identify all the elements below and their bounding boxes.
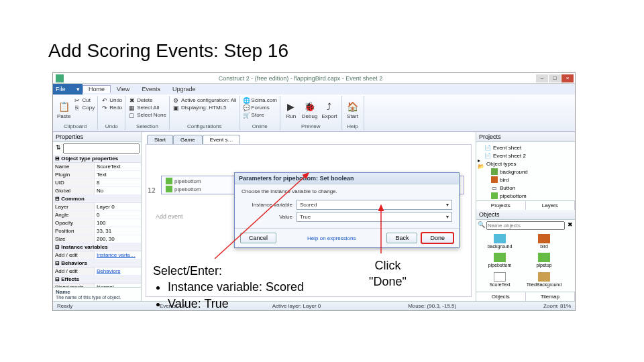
sort-az-icon[interactable]: ⇅ xyxy=(54,143,62,151)
debug-button[interactable]: 🐞Debug xyxy=(301,97,319,123)
properties-search-input[interactable] xyxy=(63,143,140,154)
prop-row-size[interactable]: Size200, 30 xyxy=(53,235,141,243)
prop-row-add-behavior[interactable]: Add / editBehaviors xyxy=(53,267,141,276)
instance-variable-label: Instance variable xyxy=(241,202,297,208)
display-icon: ▣ xyxy=(172,104,180,111)
minimize-button[interactable]: – xyxy=(536,74,548,82)
tree-item[interactable]: 📄Event sheet xyxy=(478,143,574,152)
back-button[interactable]: Back xyxy=(386,233,417,243)
objects-search-input[interactable] xyxy=(486,221,565,230)
tab-home[interactable]: Home xyxy=(83,85,111,93)
app-icon xyxy=(56,74,64,82)
tree-item[interactable]: ▭Button xyxy=(478,184,574,192)
window-title: Construct 2 - (free edition) - flappingB… xyxy=(65,75,536,82)
annotation-right-line-2: "Done" xyxy=(369,274,407,290)
tab-upgrade[interactable]: Upgrade xyxy=(166,85,202,93)
prop-row-layer[interactable]: LayerLayer 0 xyxy=(53,203,141,211)
projects-tree: 📄Event sheet 📄Event sheet 2 ▸📂Object typ… xyxy=(476,142,575,200)
debug-lbl: Debug xyxy=(302,113,318,119)
object-icon xyxy=(494,234,506,243)
file-menu[interactable]: File▾ xyxy=(53,84,83,95)
doc-tab-game[interactable]: Game xyxy=(173,135,203,144)
clear-icon[interactable]: ✖ xyxy=(566,221,574,229)
delete-button[interactable]: ✖Delete xyxy=(128,97,166,104)
select-all-button[interactable]: ▦Select All xyxy=(128,104,166,111)
prop-row-position[interactable]: Position33, 31 xyxy=(53,227,141,235)
dialog-footer: Cancel Help on expressions Back Done xyxy=(235,228,459,247)
object-item[interactable]: pipebottom xyxy=(479,253,521,269)
cut-icon: ✂ xyxy=(73,97,80,104)
scirra-link[interactable]: 🌐Scirra.com xyxy=(243,97,277,104)
active-config-select[interactable]: ⚙Active configuration: All xyxy=(172,97,237,104)
copy-icon: ⎘ xyxy=(73,104,80,111)
window-controls: – □ × xyxy=(536,74,574,82)
tab-events[interactable]: Events xyxy=(136,85,166,93)
start-button[interactable]: 🏠Start xyxy=(345,97,361,123)
prop-row-add-instance[interactable]: Add / editInstance varia… xyxy=(53,251,141,259)
doc-tab-eventsheet[interactable]: Event s… xyxy=(203,135,241,144)
selall-lbl: Select All xyxy=(137,105,159,111)
maximize-button[interactable]: □ xyxy=(549,74,561,82)
dialog-hint: Choose the instance variable to change. xyxy=(241,188,452,194)
prop-row-angle[interactable]: Angle0 xyxy=(53,211,141,219)
undo-button[interactable]: ↶Undo xyxy=(101,97,122,104)
store-link[interactable]: 🛒Store xyxy=(243,111,277,119)
tab-projects[interactable]: Projects xyxy=(476,201,526,210)
dialog-row-variable: Instance variable Scored▾ xyxy=(241,200,452,210)
object-item[interactable]: background xyxy=(479,234,521,251)
done-button[interactable]: Done xyxy=(421,233,453,243)
object-item[interactable]: pipetop xyxy=(523,253,565,269)
copy-label: Copy xyxy=(82,105,95,111)
ribbon-group-online: 🌐Scirra.com 💬Forums 🛒Store Online xyxy=(240,96,280,130)
forums-lbl: Forums xyxy=(252,105,270,111)
help-link[interactable]: Help on expressions xyxy=(307,235,356,241)
cut-button[interactable]: ✂Cut xyxy=(73,97,95,104)
run-button[interactable]: ▶Run xyxy=(283,97,299,123)
dialog-body: Choose the instance variable to change. … xyxy=(235,184,459,228)
object-item[interactable]: ScoreText xyxy=(479,272,521,289)
value-select[interactable]: True▾ xyxy=(297,212,452,222)
paste-button[interactable]: 📋Paste xyxy=(56,97,72,123)
forums-link[interactable]: 💬Forums xyxy=(243,104,277,111)
doc-tab-start[interactable]: Start xyxy=(147,135,173,144)
tab-tilemap[interactable]: Tilemap xyxy=(526,292,576,301)
undo-icon: ↶ xyxy=(101,97,108,104)
debug-icon: 🐞 xyxy=(303,101,317,113)
close-button[interactable]: × xyxy=(561,74,574,82)
object-icon xyxy=(491,168,498,175)
instance-variable-select[interactable]: Scored▾ xyxy=(297,200,452,210)
tab-layers[interactable]: Layers xyxy=(526,201,576,210)
export-button[interactable]: ⤴Export xyxy=(320,97,338,123)
add-event-link[interactable]: Add event xyxy=(156,213,183,220)
annotation-left-bullet-1: Instance variable: Scored xyxy=(168,279,304,295)
object-item[interactable]: bird xyxy=(523,234,565,251)
prop-row-opacity[interactable]: Opacity100 xyxy=(53,219,141,227)
tree-item[interactable]: bird xyxy=(478,176,574,184)
ribbon: 📋Paste ✂Cut ⎘Copy Clipboard ↶Undo ↷Redo … xyxy=(53,95,575,132)
status-bar: Ready Events: 14 Active layer: Layer 0 M… xyxy=(53,301,575,310)
tree-item-folder[interactable]: ▸📂Object types xyxy=(478,160,574,168)
slide-title: Add Scoring Events: Step 16 xyxy=(48,40,288,62)
folder-icon: ▸📂 xyxy=(478,160,484,167)
tree-item[interactable]: background xyxy=(478,168,574,176)
projects-header: Projects xyxy=(476,132,575,142)
object-item[interactable]: TiledBackground xyxy=(523,272,565,289)
annotation-left: Select/Enter: Instance variable: Scored … xyxy=(153,263,304,312)
text-icon xyxy=(494,272,506,282)
prop-row-name[interactable]: NameScoreText xyxy=(53,163,141,171)
prop-row-global[interactable]: GlobalNo xyxy=(53,187,141,195)
displaying-select[interactable]: ▣Displaying: HTML5 xyxy=(172,104,237,111)
select-none-button[interactable]: ▢Select None xyxy=(128,111,166,119)
annotation-left-bullet-2: Value: True xyxy=(168,296,304,312)
cancel-button[interactable]: Cancel xyxy=(240,233,276,243)
clipboard-group-label: Clipboard xyxy=(56,123,95,129)
copy-button[interactable]: ⎘Copy xyxy=(73,104,95,111)
properties-footer-desc: The name of this type of object. xyxy=(56,295,121,300)
tab-view[interactable]: View xyxy=(111,85,136,93)
tree-item[interactable]: 📄Event sheet 2 xyxy=(478,152,574,160)
tab-objects[interactable]: Objects xyxy=(476,292,526,301)
status-ready: Ready xyxy=(57,303,72,309)
object-icon xyxy=(166,178,172,184)
tree-item[interactable]: pipebottom xyxy=(478,192,574,200)
redo-button[interactable]: ↷Redo xyxy=(101,104,122,111)
